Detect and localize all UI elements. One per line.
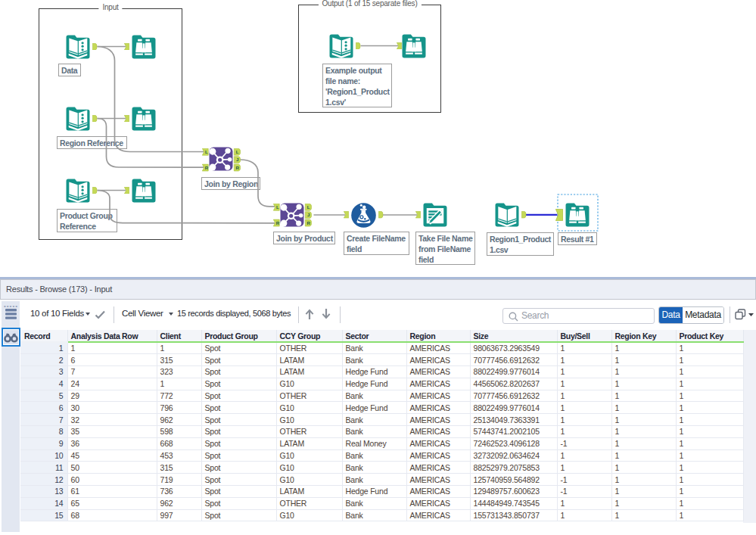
svg-text:R: R [235, 164, 239, 170]
svg-text:L: L [306, 204, 310, 210]
svg-text:R: R [204, 164, 208, 170]
svg-text:J: J [236, 157, 239, 162]
svg-text:L: L [275, 204, 278, 210]
svg-text:R: R [275, 219, 279, 225]
svg-text:J: J [307, 212, 310, 217]
svg-text:L: L [236, 149, 239, 154]
svg-text:L: L [205, 149, 208, 154]
svg-text:R: R [306, 219, 310, 225]
